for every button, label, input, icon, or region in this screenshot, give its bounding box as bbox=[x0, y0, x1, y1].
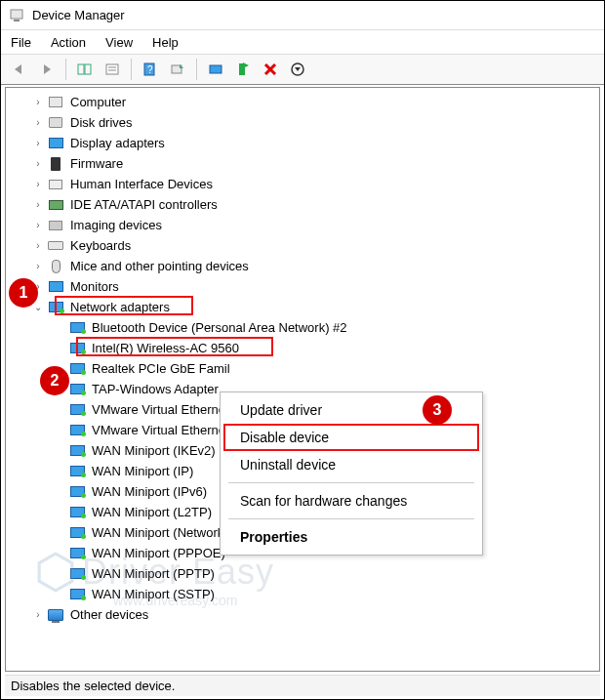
svg-rect-6 bbox=[106, 64, 118, 74]
tree-category[interactable]: ›Monitors bbox=[10, 276, 599, 297]
twisty-spacer bbox=[53, 403, 66, 417]
twisty-spacer bbox=[53, 342, 66, 355]
tree-label: WAN Miniport (L2TP) bbox=[92, 505, 212, 519]
tree-label: WAN Miniport (PPPOE) bbox=[92, 546, 225, 560]
context-item[interactable]: Uninstall device bbox=[222, 451, 480, 478]
svg-marker-19 bbox=[295, 67, 301, 71]
tree-category[interactable]: ›Imaging devices bbox=[10, 215, 599, 235]
device-tree-pane: ›Computer›Disk drives›Display adapters›F… bbox=[5, 87, 600, 672]
tree-label: Disk drives bbox=[70, 115, 133, 130]
context-item[interactable]: Update driver bbox=[222, 396, 480, 424]
menu-help[interactable]: Help bbox=[152, 35, 179, 50]
context-item[interactable]: Scan for hardware changes bbox=[222, 487, 480, 515]
uninstall-button[interactable] bbox=[258, 58, 283, 81]
tree-category[interactable]: ›Computer bbox=[10, 92, 599, 112]
mouse-icon bbox=[47, 259, 64, 274]
scan-button[interactable] bbox=[165, 58, 190, 81]
twisty-spacer bbox=[53, 444, 66, 458]
chevron-right-icon[interactable]: › bbox=[31, 96, 45, 109]
tree-category[interactable]: ›Human Interface Devices bbox=[10, 174, 599, 194]
tree-label: IDE ATA/ATAPI controllers bbox=[70, 197, 218, 212]
statusbar: Disables the selected device. bbox=[5, 675, 600, 696]
twisty-spacer bbox=[53, 383, 66, 396]
twisty-spacer bbox=[53, 424, 66, 437]
chevron-right-icon[interactable]: › bbox=[31, 219, 45, 232]
chevron-right-icon[interactable]: › bbox=[31, 137, 45, 150]
tree-label: Realtek PCIe GbE Famil bbox=[92, 361, 230, 376]
tree-device[interactable]: Bluetooth Device (Personal Area Network)… bbox=[10, 317, 599, 338]
show-hide-tree-button[interactable] bbox=[72, 58, 98, 81]
toolbar-separator bbox=[131, 59, 132, 80]
tree-category[interactable]: ›Mice and other pointing devices bbox=[10, 256, 599, 276]
twisty-spacer bbox=[53, 526, 66, 540]
tree-device[interactable]: WAN Miniport (PPTP) bbox=[10, 563, 599, 584]
network-adapter-icon bbox=[68, 402, 86, 418]
tree-label: Display adapters bbox=[70, 136, 165, 150]
tree-category[interactable]: ›Display adapters bbox=[10, 133, 599, 153]
pc-icon bbox=[47, 95, 64, 110]
properties-button[interactable] bbox=[100, 58, 125, 81]
tree-label: Computer bbox=[70, 95, 126, 109]
tree-category[interactable]: ›IDE ATA/ATAPI controllers bbox=[10, 194, 599, 215]
chevron-right-icon[interactable]: › bbox=[31, 239, 45, 253]
network-adapter-icon bbox=[68, 525, 86, 541]
menu-action[interactable]: Action bbox=[51, 35, 86, 50]
tree-label: WAN Miniport (PPTP) bbox=[92, 566, 215, 581]
menu-file[interactable]: File bbox=[11, 35, 31, 50]
chevron-right-icon[interactable]: › bbox=[31, 260, 45, 273]
mon-icon bbox=[47, 136, 64, 151]
twisty-spacer bbox=[53, 506, 66, 519]
tree-category[interactable]: ›Keyboards bbox=[10, 235, 599, 256]
chevron-right-icon[interactable]: › bbox=[31, 608, 45, 622]
context-item[interactable]: Disable device bbox=[222, 424, 480, 451]
enable-device-button[interactable] bbox=[230, 58, 256, 81]
tree-label: VMware Virtual Etherne bbox=[92, 423, 225, 437]
svg-rect-0 bbox=[11, 10, 22, 19]
chevron-right-icon[interactable]: › bbox=[31, 178, 45, 191]
twisty-spacer bbox=[53, 485, 66, 499]
tree-category[interactable]: ›Other devices bbox=[10, 604, 599, 625]
svg-text:?: ? bbox=[147, 64, 153, 75]
disable-button[interactable] bbox=[285, 58, 310, 81]
tree-device[interactable]: Intel(R) Wireless-AC 9560 bbox=[10, 338, 599, 358]
help-button[interactable]: ? bbox=[138, 58, 163, 81]
chevron-right-icon[interactable]: › bbox=[31, 198, 45, 212]
context-menu: Update driverDisable deviceUninstall dev… bbox=[220, 391, 483, 556]
tree-category[interactable]: ›Disk drives bbox=[10, 112, 599, 133]
network-adapter-icon bbox=[68, 546, 86, 561]
hid-icon bbox=[47, 177, 64, 192]
tree-label: VMware Virtual Etherne bbox=[92, 402, 225, 417]
toolbar-separator bbox=[196, 59, 197, 80]
tree-category[interactable]: ›Firmware bbox=[10, 153, 599, 174]
network-adapter-icon bbox=[68, 505, 86, 520]
chevron-right-icon[interactable]: › bbox=[31, 280, 45, 294]
twisty-spacer bbox=[53, 567, 66, 581]
chevron-down-icon[interactable]: ⌄ bbox=[31, 301, 45, 314]
tree-category[interactable]: ⌄Network adapters bbox=[10, 297, 599, 317]
svg-marker-3 bbox=[44, 64, 51, 74]
tree-label: Keyboards bbox=[70, 238, 131, 253]
back-button[interactable] bbox=[7, 58, 32, 81]
svg-rect-1 bbox=[14, 20, 20, 21]
tree-device[interactable]: WAN Miniport (SSTP) bbox=[10, 584, 599, 604]
chevron-right-icon[interactable]: › bbox=[31, 116, 45, 130]
menu-view[interactable]: View bbox=[105, 35, 133, 50]
ide-icon bbox=[47, 197, 64, 213]
update-driver-button[interactable] bbox=[203, 58, 228, 81]
tree-label: Mice and other pointing devices bbox=[70, 259, 249, 273]
menubar: File Action View Help bbox=[1, 30, 604, 54]
tree-label: WAN Miniport (SSTP) bbox=[92, 587, 215, 601]
tree-label: Human Interface Devices bbox=[70, 177, 213, 191]
forward-button[interactable] bbox=[34, 58, 60, 81]
twisty-spacer bbox=[53, 547, 66, 560]
context-item[interactable]: Properties bbox=[222, 523, 480, 551]
tree-device[interactable]: Realtek PCIe GbE Famil bbox=[10, 358, 599, 379]
toolbar-separator bbox=[65, 59, 66, 80]
network-adapter-icon bbox=[68, 464, 86, 479]
twisty-spacer bbox=[53, 465, 66, 478]
tree-label: Monitors bbox=[70, 279, 119, 294]
network-adapter-icon bbox=[68, 566, 86, 582]
img-icon bbox=[47, 218, 64, 233]
chevron-right-icon[interactable]: › bbox=[31, 157, 45, 171]
kb-icon bbox=[47, 238, 64, 254]
